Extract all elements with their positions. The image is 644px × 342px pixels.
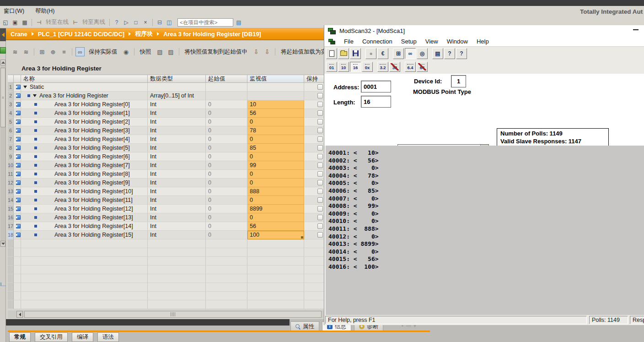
row-number[interactable]: 7: [8, 135, 14, 144]
monitor-value-cell[interactable]: [247, 92, 304, 100]
fmt-swapped64-button[interactable]: 64: [417, 62, 428, 72]
monitor-value-cell[interactable]: 0: [247, 118, 304, 126]
monitor-value-cell[interactable]: 0: [247, 170, 304, 179]
data-type-cell[interactable]: Int: [148, 222, 206, 231]
row-number[interactable]: 14: [8, 196, 14, 205]
variable-name-cell[interactable]: Area 3 for Holding Register[0]: [21, 100, 148, 109]
monitor-value-cell[interactable]: 8899: [247, 205, 304, 213]
monitor-value-cell[interactable]: 85: [247, 144, 304, 152]
start-value-cell[interactable]: 0: [206, 126, 247, 135]
row-number[interactable]: 9: [8, 152, 14, 161]
retain-checkbox[interactable]: [317, 110, 323, 116]
breadcrumb-item-0[interactable]: Crane: [11, 31, 27, 38]
variable-name-cell[interactable]: Area 3 for Holding Register[5]: [21, 144, 148, 152]
zoom-view-icon[interactable]: ◎: [417, 48, 428, 59]
minimize-icon[interactable]: [633, 29, 639, 30]
row-number[interactable]: 6: [8, 126, 14, 135]
scroll-left-button[interactable]: [16, 311, 23, 318]
fmt-input-button[interactable]: 10: [338, 62, 349, 72]
retain-checkbox[interactable]: [317, 128, 323, 133]
collapse-all-icon[interactable]: ≋: [21, 47, 31, 56]
retain-checkbox[interactable]: [317, 154, 323, 159]
data-type-cell[interactable]: Int: [148, 170, 206, 179]
rail-collapsed-tab-label[interactable]: l...: [0, 282, 6, 287]
retain-checkbox[interactable]: [317, 215, 323, 220]
snapshot-up2-icon[interactable]: ▨: [166, 47, 176, 56]
breadcrumb-item-1[interactable]: PLC_1 [CPU 1214C DC/DC/DC]: [38, 31, 124, 38]
go-online-plug-icon[interactable]: ⊣: [35, 18, 43, 27]
data-type-cell[interactable]: Int: [148, 161, 206, 170]
monitor-all-icon[interactable]: ∞: [75, 47, 85, 56]
project-search-input[interactable]: [177, 18, 233, 27]
insert-row-icon[interactable]: ⊞: [38, 47, 47, 56]
monitor-value-cell[interactable]: 0: [247, 135, 304, 144]
online-diagnostics-icon[interactable]: ?: [113, 18, 121, 27]
retain-checkbox[interactable]: [317, 197, 323, 203]
data-type-cell[interactable]: Int: [148, 135, 206, 144]
variable-name-cell[interactable]: Area 3 for Holding Register[1]: [21, 109, 148, 118]
monitor-value-cell[interactable]: 888: [247, 187, 304, 196]
data-type-cell[interactable]: Int: [148, 196, 206, 205]
menu-connection[interactable]: Connection: [362, 38, 392, 45]
data-type-cell[interactable]: Int: [148, 100, 206, 109]
data-type-cell[interactable]: Int: [148, 205, 206, 213]
print-icon[interactable]: ▤: [432, 48, 443, 59]
monitor-value-cell[interactable]: 0: [247, 213, 304, 222]
retain-checkbox[interactable]: [317, 223, 323, 229]
monitor-value-cell[interactable]: 78: [247, 126, 304, 135]
data-type-cell[interactable]: Int: [148, 118, 206, 126]
go-offline-button[interactable]: 转至离线: [81, 18, 107, 26]
stop-cpu-icon[interactable]: □: [132, 18, 140, 27]
start-value-cell[interactable]: [206, 83, 247, 92]
retain-checkbox[interactable]: [317, 171, 323, 177]
monitor-rt-icon[interactable]: ▦: [21, 18, 29, 27]
row-number[interactable]: 10: [8, 161, 14, 170]
variable-name-cell[interactable]: Area 3 for Holding Register[4]: [21, 135, 148, 144]
row-number[interactable]: 5: [8, 118, 14, 126]
data-type-cell[interactable]: Int: [148, 179, 206, 187]
fmt-swapped32-button[interactable]: 32: [389, 62, 400, 72]
variable-name-cell[interactable]: Area 3 for Holding Register[7]: [21, 161, 148, 170]
data-type-cell[interactable]: Int: [148, 109, 206, 118]
row-number[interactable]: 16: [8, 213, 14, 222]
menu-setup[interactable]: Setup: [401, 38, 417, 45]
start-value-cell[interactable]: 0: [206, 135, 247, 144]
data-view-icon[interactable]: ∞: [405, 48, 416, 59]
open-file-icon[interactable]: [338, 48, 349, 59]
variable-name-cell[interactable]: Area 3 for Holding Register[3]: [21, 126, 148, 135]
expand-arrow-icon[interactable]: [33, 94, 37, 97]
row-number[interactable]: 15: [8, 205, 14, 213]
fmt-coil-button[interactable]: 01: [326, 62, 337, 72]
variable-name-cell[interactable]: Area 3 for Holding Register[2]: [21, 118, 148, 126]
retain-checkbox[interactable]: [317, 163, 323, 168]
start-value-cell[interactable]: 0: [206, 152, 247, 161]
tab-常规[interactable]: 常规: [9, 332, 31, 342]
retain-checkbox[interactable]: [317, 180, 323, 185]
fmt-float32-button[interactable]: 3.2: [377, 62, 388, 72]
monitor-value-cell[interactable]: 10: [247, 100, 304, 109]
row-number[interactable]: 17: [8, 222, 14, 231]
keep-actual-values-button[interactable]: 保持实际值: [86, 47, 120, 57]
length-input[interactable]: 16: [361, 96, 391, 108]
inspector-tab-属性[interactable]: 属性: [290, 321, 319, 331]
monitor-icon[interactable]: ▣: [11, 18, 19, 27]
retain-checkbox[interactable]: [317, 102, 323, 107]
tab-交叉引用[interactable]: 交叉引用: [35, 332, 68, 342]
start-value-cell[interactable]: 0: [206, 100, 247, 109]
horizontal-scrollbar-thumb[interactable]: [24, 311, 322, 318]
variable-name-cell[interactable]: Area 3 for Holding Register: [21, 92, 148, 100]
start-value-cell[interactable]: 0: [206, 161, 247, 170]
start-value-cell[interactable]: 0: [206, 118, 247, 126]
stop-icon[interactable]: ●: [365, 48, 376, 59]
menu-view[interactable]: View: [425, 38, 438, 45]
start-value-cell[interactable]: 0: [206, 144, 247, 152]
breadcrumb-item-2[interactable]: 程序块: [135, 30, 153, 38]
row-number[interactable]: 13: [8, 187, 14, 196]
fmt-decimal-button[interactable]: 16: [350, 62, 361, 72]
start-value-cell[interactable]: 0: [206, 109, 247, 118]
go-offline-plug-icon[interactable]: ⊢: [71, 18, 80, 27]
split-horizontal-icon[interactable]: ⊟: [156, 18, 164, 27]
snapshot-up-icon[interactable]: ▧: [156, 47, 165, 56]
retain-checkbox[interactable]: [317, 206, 323, 212]
monitor-value-cell[interactable]: 56: [247, 222, 304, 231]
